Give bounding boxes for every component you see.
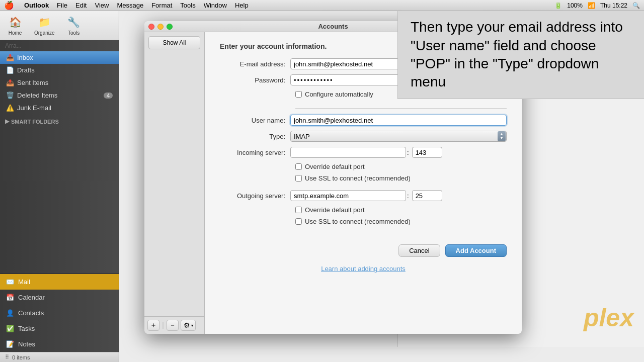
menu-message[interactable]: Message — [117, 2, 143, 9]
cancel-button[interactable]: Cancel — [398, 244, 440, 257]
outgoing-port-input[interactable] — [412, 190, 442, 201]
sidebar: 🏠 Home 📁 Organize 🔧 Tools Arra... 📥 Inbo… — [0, 11, 119, 362]
junk-icon: ⚠️ — [6, 104, 14, 112]
sidebar-item-deleted[interactable]: 🗑️ Deleted Items 4 — [0, 89, 119, 102]
content-area: Accounts Show All ＋ － — [119, 11, 644, 362]
sidebar-item-mail[interactable]: ✉️ Mail — [0, 274, 119, 290]
configure-auto-checkbox[interactable] — [295, 91, 302, 98]
plex-logo-area: plex — [584, 299, 634, 337]
mail-icon: ✉️ — [6, 278, 14, 286]
username-label: User name: — [220, 117, 290, 124]
sent-label: Sent Items — [17, 79, 48, 86]
type-label: Type: — [220, 133, 290, 140]
password-label: Password: — [220, 76, 290, 84]
sidebar-item-drafts[interactable]: 📄 Drafts — [0, 64, 119, 76]
colon-separator-2: : — [407, 192, 409, 200]
outgoing-label: Outgoing server: — [220, 192, 290, 200]
menu-format[interactable]: Format — [151, 2, 172, 9]
status-resize-icon: ⠿ — [5, 354, 9, 360]
ssl-outgoing-row: Use SSL to connect (recommended) — [295, 218, 507, 225]
sidebar-item-junk[interactable]: ⚠️ Junk E-mail — [0, 102, 119, 114]
deleted-icon: 🗑️ — [6, 92, 14, 99]
override-port-outgoing-label: Override default port — [305, 206, 365, 214]
window-title: Accounts — [318, 23, 348, 30]
sent-icon: 📤 — [6, 79, 14, 86]
accounts-toolbar: ＋ － ⚙ ▾ — [144, 316, 204, 334]
arrange-label: Arra... — [0, 40, 119, 51]
sidebar-item-inbox[interactable]: 📥 Inbox — [0, 51, 119, 64]
outgoing-server-input[interactable] — [290, 190, 406, 201]
add-account-small-button[interactable]: ＋ — [147, 320, 159, 331]
sidebar-item-tasks[interactable]: ✅ Tasks — [0, 321, 119, 336]
menu-outlook[interactable]: Outlook — [24, 2, 49, 9]
calendar-label: Calendar — [18, 294, 45, 301]
colon-separator: : — [407, 149, 409, 156]
sidebar-item-sent[interactable]: 📤 Sent Items — [0, 76, 119, 89]
sidebar-toolbar: 🏠 Home 📁 Organize 🔧 Tools — [0, 11, 119, 40]
home-label: Home — [9, 30, 22, 36]
sidebar-item-calendar[interactable]: 📅 Calendar — [0, 290, 119, 305]
incoming-server-row: Incoming server: : — [220, 147, 507, 158]
organize-label: Organize — [34, 30, 55, 36]
menu-view[interactable]: View — [95, 2, 109, 9]
minimize-button[interactable] — [157, 24, 164, 30]
chevron-down-icon: ▾ — [191, 323, 193, 328]
battery-level: 100% — [567, 2, 583, 9]
gear-icon: ⚙ — [184, 321, 190, 329]
smart-folders-label: SMART FOLDERS — [11, 119, 59, 125]
notes-label: Notes — [18, 340, 35, 348]
outgoing-server-row: Outgoing server: : — [220, 190, 507, 201]
incoming-server-input[interactable] — [290, 147, 406, 158]
incoming-port-input[interactable] — [412, 147, 442, 158]
accounts-left-panel: Show All ＋ － ⚙ ▾ — [144, 32, 205, 334]
ssl-incoming-checkbox[interactable] — [295, 175, 302, 182]
override-port-outgoing-checkbox[interactable] — [295, 207, 302, 213]
inbox-icon: 📥 — [6, 54, 14, 61]
sidebar-item-contacts[interactable]: 👤 Contacts — [0, 305, 119, 321]
show-all-button[interactable]: Show All — [148, 36, 200, 49]
tools-button[interactable]: 🔧 Tools — [63, 13, 85, 38]
battery-icon: 🔋 — [554, 2, 562, 9]
ssl-incoming-label: Use SSL to connect (recommended) — [305, 174, 411, 182]
username-input[interactable] — [290, 115, 507, 126]
add-account-button[interactable]: Add Account — [445, 244, 507, 257]
username-row: User name: — [220, 115, 507, 126]
sidebar-item-notes[interactable]: 📝 Notes — [0, 336, 119, 352]
configure-auto-label: Configure automatically — [305, 90, 373, 98]
instruction-text: Then type your email address into "User … — [411, 18, 631, 92]
type-select-wrapper: IMAP POP Exchange Hotmail ▲▼ — [290, 131, 507, 142]
item-count: 0 items — [12, 354, 30, 360]
maximize-button[interactable] — [167, 24, 173, 30]
triangle-icon: ▶ — [5, 118, 9, 125]
menu-edit[interactable]: Edit — [75, 2, 87, 9]
close-button[interactable] — [148, 24, 154, 30]
statusbar: ⠿ 0 items — [0, 352, 119, 362]
smart-folders-header: ▶ SMART FOLDERS — [0, 114, 119, 127]
deleted-label: Deleted Items — [17, 92, 57, 99]
plex-logo: plex — [584, 299, 634, 337]
home-button[interactable]: 🏠 Home — [4, 13, 26, 38]
wifi-icon: 📶 — [588, 2, 595, 9]
ssl-outgoing-checkbox[interactable] — [295, 218, 302, 225]
menu-window[interactable]: Window — [204, 2, 227, 9]
tools-label: Tools — [68, 30, 79, 36]
menu-help[interactable]: Help — [235, 2, 249, 9]
form-divider — [295, 108, 507, 109]
deleted-badge: 4 — [104, 93, 113, 99]
form-button-row: Cancel Add Account — [220, 239, 507, 257]
drafts-label: Drafts — [17, 66, 35, 74]
menu-file[interactable]: File — [57, 2, 67, 9]
gear-button[interactable]: ⚙ ▾ — [181, 320, 196, 331]
type-select[interactable]: IMAP POP Exchange Hotmail — [290, 131, 507, 142]
organize-button[interactable]: 📁 Organize — [30, 13, 59, 38]
override-port-checkbox[interactable] — [295, 163, 302, 170]
apple-menu[interactable]: 🍎 — [4, 1, 14, 10]
learn-link[interactable]: Learn about adding accounts — [220, 265, 507, 273]
menu-tools[interactable]: Tools — [180, 2, 195, 9]
clock: Thu 15:22 — [600, 2, 627, 9]
menubar: 🍎 Outlook File Edit View Message Format … — [0, 0, 644, 11]
search-icon[interactable]: 🔍 — [632, 2, 640, 9]
remove-account-button[interactable]: － — [167, 320, 179, 331]
override-port-row: Override default port — [295, 163, 507, 170]
notes-icon: 📝 — [6, 340, 14, 348]
